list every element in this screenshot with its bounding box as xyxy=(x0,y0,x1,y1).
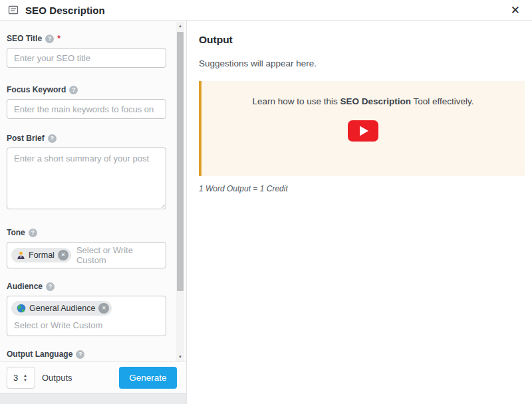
help-icon[interactable]: ? xyxy=(46,282,55,291)
tone-tag-text: Formal xyxy=(29,251,55,260)
tone-tag: Formal ✕ xyxy=(11,248,71,262)
help-icon[interactable]: ? xyxy=(29,229,37,237)
seo-description-modal: SEO Description ✕ SEO Title ? * Focus Ke… xyxy=(0,0,532,404)
help-icon[interactable]: ? xyxy=(45,35,54,43)
modal-header: SEO Description ✕ xyxy=(0,0,532,21)
tone-select[interactable]: Formal ✕ Select or Write Custom xyxy=(7,242,166,268)
remove-tag-icon[interactable]: ✕ xyxy=(98,303,109,314)
scroll-up-icon[interactable]: ▲ xyxy=(176,22,184,30)
close-icon[interactable]: ✕ xyxy=(507,3,524,17)
tutorial-text-bold: SEO Description xyxy=(340,96,412,106)
focus-keyword-input[interactable] xyxy=(7,99,166,119)
tutorial-text-pre: Learn how to use this xyxy=(252,96,340,106)
output-panel: Output Suggestions will appear here. Lea… xyxy=(187,21,532,404)
tone-label: Tone ? xyxy=(7,228,168,237)
post-brief-label: Post Brief ? xyxy=(7,134,168,143)
formal-person-icon xyxy=(17,251,25,260)
outputs-label: Outputs xyxy=(42,373,72,383)
tutorial-notice: Learn how to use this SEO Description To… xyxy=(199,81,525,176)
seo-title-label: SEO Title ? * xyxy=(7,34,168,43)
form-scroll-area: SEO Title ? * Focus Keyword ? Post Brief… xyxy=(0,21,186,361)
post-brief-textarea[interactable] xyxy=(7,148,166,209)
output-title: Output xyxy=(199,34,525,46)
audience-tag-text: General Audience xyxy=(29,304,95,313)
required-asterisk: * xyxy=(57,34,61,43)
scrollbar-thumb[interactable] xyxy=(177,32,184,291)
scroll-down-icon[interactable]: ▼ xyxy=(176,353,184,361)
seo-title-label-text: SEO Title xyxy=(7,34,42,43)
audience-select[interactable]: General Audience ✕ Select or Write Custo… xyxy=(7,296,166,336)
audience-placeholder: Select or Write Custom xyxy=(11,320,102,330)
tone-label-text: Tone xyxy=(7,228,25,237)
output-language-label: Output Language ? xyxy=(7,350,168,359)
remove-tag-icon[interactable]: ✕ xyxy=(58,250,68,260)
bottom-strip xyxy=(0,393,186,404)
credit-note: 1 Word Output = 1 Credit xyxy=(199,184,525,193)
generate-button[interactable]: Generate xyxy=(119,367,177,389)
form-panel: SEO Title ? * Focus Keyword ? Post Brief… xyxy=(0,21,187,404)
help-icon[interactable]: ? xyxy=(48,134,57,143)
audience-tag: General Audience ✕ xyxy=(11,301,112,316)
youtube-play-icon[interactable] xyxy=(348,120,378,142)
focus-keyword-label: Focus Keyword ? xyxy=(7,85,168,94)
outputs-count-box: ▲ ▼ xyxy=(7,367,35,389)
page-title: SEO Description xyxy=(25,5,105,16)
document-icon xyxy=(8,5,19,15)
focus-keyword-label-text: Focus Keyword xyxy=(7,85,66,94)
help-icon[interactable]: ? xyxy=(69,86,78,94)
globe-icon xyxy=(17,304,26,313)
stepper-up-icon[interactable]: ▲ xyxy=(23,373,27,377)
help-icon[interactable]: ? xyxy=(76,350,84,359)
scrollbar[interactable]: ▲ ▼ xyxy=(176,22,184,361)
tutorial-text: Learn how to use this SEO Description To… xyxy=(252,96,473,106)
output-language-label-text: Output Language xyxy=(7,350,72,359)
stepper-down-icon[interactable]: ▼ xyxy=(23,378,27,382)
audience-label-text: Audience xyxy=(7,282,43,291)
post-brief-label-text: Post Brief xyxy=(7,134,45,143)
outputs-count-input[interactable] xyxy=(13,373,20,383)
tutorial-text-post: Tool effectively. xyxy=(411,96,474,106)
audience-label: Audience ? xyxy=(7,282,168,291)
tone-placeholder: Select or Write Custom xyxy=(76,245,162,265)
form-footer: ▲ ▼ Outputs Generate xyxy=(0,361,186,393)
output-subtitle: Suggestions will appear here. xyxy=(199,58,525,68)
seo-title-input[interactable] xyxy=(7,48,166,68)
